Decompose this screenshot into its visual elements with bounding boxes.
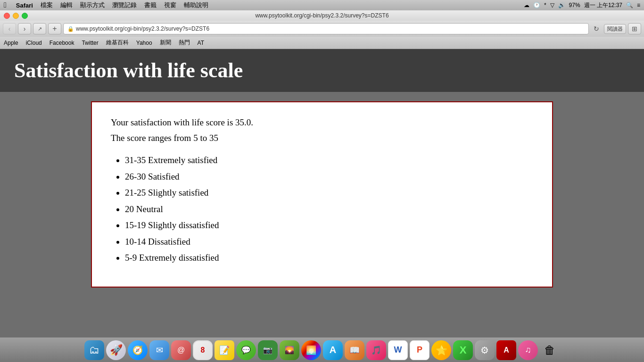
battery-level: 97% <box>569 2 580 8</box>
lock-icon: 🔒 <box>67 26 74 32</box>
dock-x[interactable]: X <box>453 340 473 360</box>
dock-maps[interactable]: 🌄 <box>280 340 299 360</box>
browser-titlebar: www.psytoolkit.org/cgi-bin/psy2.3.2/surv… <box>0 10 644 21</box>
list-item: 26-30 Satisfied <box>125 170 533 184</box>
bookmark-twitter[interactable]: Twitter <box>82 40 98 46</box>
menu-file[interactable]: 檔案 <box>41 1 53 9</box>
clock-icon: 🕐 <box>533 2 540 8</box>
page-title: Satisfaction with life scale <box>14 58 630 82</box>
window-controls <box>4 13 28 19</box>
menu-edit[interactable]: 編輯 <box>60 1 73 9</box>
dock-calendar[interactable]: 8 <box>193 340 213 360</box>
score-line1: Your satisfaction with life score is 35.… <box>111 116 533 129</box>
bookmark-apple[interactable]: Apple <box>4 40 18 46</box>
menu-window[interactable]: 視窗 <box>164 1 176 9</box>
volume-icon: 🔊 <box>558 2 565 8</box>
address-bar-container: 🔒 www.psytoolkit.org/cgi-bin/psy2.3.2/su… <box>63 23 626 34</box>
bookmark-wikipedia[interactable]: 維基百科 <box>106 39 129 47</box>
maximize-button[interactable] <box>22 13 28 19</box>
close-button[interactable] <box>4 13 10 19</box>
bookmark-trending[interactable]: 熱門 <box>179 39 190 47</box>
bookmark-yahoo[interactable]: Yahoo <box>136 40 152 46</box>
list-item: 20 Neutral <box>125 203 533 216</box>
dock-music[interactable]: 🎵 <box>366 340 386 360</box>
dock-finder[interactable]: 🗂 <box>84 340 104 360</box>
dock-messages[interactable]: 💬 <box>236 340 256 360</box>
dock-photos[interactable]: 🌅 <box>301 340 321 360</box>
datetime-display: 週一 上午12:37 <box>584 1 622 9</box>
refresh-button[interactable]: ↻ <box>591 23 602 34</box>
forward-button[interactable]: › <box>18 23 31 34</box>
page-content: Satisfaction with life scale Your satisf… <box>0 49 644 337</box>
bookmarks-bar: Apple iCloud Facebook Twitter 維基百科 Yahoo… <box>0 37 644 49</box>
dock-powerpoint[interactable]: P <box>410 340 429 360</box>
dock-system-preferences[interactable]: ⚙ <box>475 340 495 360</box>
back-button[interactable]: ‹ <box>3 23 16 34</box>
dock-facetime[interactable]: 📷 <box>258 340 278 360</box>
url-text[interactable]: www.psytoolkit.org/cgi-bin/psy2.3.2/surv… <box>76 25 209 32</box>
list-item: 10-14 Dissatisfied <box>125 235 533 249</box>
sidebar-button[interactable]: ⊞ <box>628 23 641 34</box>
menubar:  Safari 檔案 編輯 顯示方式 瀏覽記錄 書籤 視窗 輔助說明 ☁ 🕐 … <box>0 0 644 10</box>
dock-books[interactable]: 📖 <box>345 340 364 360</box>
list-item: 21-25 Slightly satisfied <box>125 186 533 200</box>
bluetooth-icon: * <box>544 2 546 8</box>
dock: 🗂 🚀 🧭 ✉ @ 8 📝 💬 📷 🌄 🌅 A 📖 🎵 W P ⭐ X ⚙ A … <box>0 337 644 362</box>
dock-star[interactable]: ⭐ <box>431 340 451 360</box>
reader-button[interactable]: 閱讀器 <box>604 24 626 34</box>
score-line2: The score ranges from 5 to 35 <box>111 132 533 145</box>
dock-appstore[interactable]: A <box>323 340 343 360</box>
menu-history[interactable]: 瀏覽記錄 <box>112 1 137 9</box>
window-title: www.psytoolkit.org/cgi-bin/psy2.3.2/surv… <box>255 12 388 19</box>
page-header: Satisfaction with life scale <box>0 49 644 92</box>
wifi-icon: ▽ <box>550 2 554 8</box>
minimize-button[interactable] <box>13 13 19 19</box>
bookmark-news[interactable]: 新聞 <box>160 39 171 47</box>
list-item: 5-9 Extremely dissatisfied <box>125 251 533 265</box>
search-icon[interactable]: 🔍 <box>626 2 633 8</box>
share-button[interactable]: ↗ <box>33 23 46 34</box>
dock-word[interactable]: W <box>388 340 408 360</box>
bookmark-icloud[interactable]: iCloud <box>26 40 42 46</box>
bookmark-facebook[interactable]: Facebook <box>50 40 74 46</box>
browser-navbar: ‹ › ↗ + 🔒 www.psytoolkit.org/cgi-bin/psy… <box>0 21 644 37</box>
dock-itunes[interactable]: ♫ <box>518 340 538 360</box>
address-bar[interactable]: 🔒 www.psytoolkit.org/cgi-bin/psy2.3.2/su… <box>63 23 589 34</box>
dock-trash[interactable]: 🗑 <box>540 340 560 360</box>
dock-safari[interactable]: 🧭 <box>128 340 148 360</box>
survey-area: Your satisfaction with life score is 35.… <box>0 92 644 337</box>
dock-mail[interactable]: ✉ <box>149 340 169 360</box>
menu-safari[interactable]: Safari <box>16 2 33 9</box>
menu-help[interactable]: 輔助說明 <box>184 1 208 9</box>
dock-launchpad[interactable]: 🚀 <box>106 340 126 360</box>
cloud-icon: ☁ <box>524 2 529 8</box>
new-tab-button[interactable]: + <box>48 23 61 34</box>
menu-bookmarks[interactable]: 書籤 <box>144 1 157 9</box>
apple-menu-icon[interactable]:  <box>4 1 7 9</box>
menu-view[interactable]: 顯示方式 <box>80 1 105 9</box>
list-icon[interactable]: ≡ <box>637 2 640 8</box>
survey-result-box: Your satisfaction with life score is 35.… <box>91 101 553 288</box>
list-item: 15-19 Slightly dissatisfied <box>125 219 533 232</box>
list-item: 31-35 Extremely satisfied <box>125 154 533 167</box>
dock-notes[interactable]: 📝 <box>215 340 234 360</box>
scale-list: 31-35 Extremely satisfied 26-30 Satisfie… <box>111 154 533 265</box>
dock-contacts[interactable]: @ <box>171 340 191 360</box>
dock-acrobat[interactable]: A <box>496 340 516 360</box>
bookmark-at[interactable]: AT <box>198 40 204 46</box>
